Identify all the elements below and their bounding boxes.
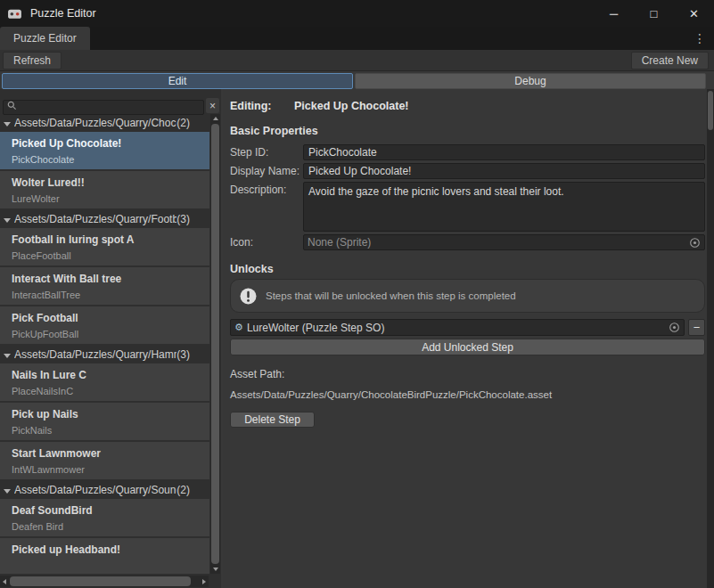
- titlebar: Puzzle Editor ─ □ ✕: [0, 0, 714, 27]
- group-header-hammer[interactable]: Assets/Data/Puzzles/Quarry/HammerBi (3): [0, 346, 209, 363]
- foldout-triangle-icon: [4, 218, 11, 223]
- search-input[interactable]: [3, 100, 204, 115]
- scroll-up-icon[interactable]: [210, 114, 220, 123]
- window-scrollbar-thumb[interactable]: [708, 91, 713, 130]
- minimize-icon[interactable]: ─: [594, 0, 634, 27]
- list-item[interactable]: Picked up Headband!: [0, 538, 209, 574]
- unlocked-step-object-field[interactable]: ⚙ LureWolter (Puzzle Step SO): [230, 319, 685, 336]
- window-controls: ─ □ ✕: [594, 0, 714, 27]
- search-clear-icon[interactable]: ×: [206, 98, 219, 113]
- icon-field-value: None (Sprite): [308, 236, 371, 249]
- icon-object-field[interactable]: None (Sprite): [303, 234, 705, 250]
- toolbar: Refresh Create New: [0, 50, 714, 71]
- editing-value: Picked Up Chocolate!: [294, 100, 409, 112]
- display-name-input[interactable]: [303, 163, 705, 179]
- refresh-button[interactable]: Refresh: [3, 52, 62, 69]
- puzzle-step-list-panel: × Assets/Data/Puzzles/Quarry/ChocolateB …: [0, 89, 221, 588]
- search-row: ×: [3, 98, 219, 113]
- list-item[interactable]: Pick Football PickUpFootBall: [0, 306, 209, 344]
- group-path: Assets/Data/Puzzles/Quarry/HammerBi: [14, 348, 176, 361]
- tab-edit[interactable]: Edit: [2, 73, 353, 89]
- description-label: Description:: [230, 182, 303, 196]
- description-row: Description: Avoid the gaze of the picni…: [230, 182, 705, 232]
- object-picker-icon[interactable]: [689, 237, 701, 249]
- item-subtitle: IntWLawnmower: [12, 464, 206, 475]
- close-icon[interactable]: ✕: [674, 0, 714, 27]
- foldout-triangle-icon: [4, 489, 11, 494]
- group-count: (2): [176, 117, 209, 129]
- maximize-icon[interactable]: □: [634, 0, 674, 27]
- tab-debug[interactable]: Debug: [355, 73, 706, 89]
- step-id-row: Step ID:: [230, 144, 705, 160]
- item-subtitle: PlaceFootball: [12, 250, 206, 261]
- group-count: (3): [176, 348, 209, 361]
- object-picker-icon[interactable]: [669, 322, 680, 333]
- item-subtitle: PickNails: [12, 425, 206, 436]
- search-icon: [7, 101, 17, 110]
- item-title: Picked up Headband!: [12, 543, 206, 556]
- window-vertical-scrollbar[interactable]: [707, 89, 714, 588]
- create-new-button[interactable]: Create New: [631, 52, 709, 69]
- scroll-left-icon[interactable]: [0, 576, 9, 587]
- asset-path-label: Asset Path:: [230, 368, 705, 380]
- horizontal-scrollbar-thumb[interactable]: [10, 576, 191, 586]
- scroll-down-icon[interactable]: [210, 565, 220, 574]
- unlocked-step-row: ⚙ LureWolter (Puzzle Step SO) −: [230, 319, 705, 336]
- asset-path-value: Assets/Data/Puzzles/Quarry/ChocolateBird…: [230, 389, 705, 400]
- item-title: Start Lawnmower: [12, 447, 206, 460]
- list-item[interactable]: Wolter Lured!! LureWolter: [0, 171, 209, 208]
- mode-tabs: Edit Debug: [2, 73, 706, 89]
- item-subtitle: PickChocolate: [12, 154, 206, 165]
- editing-label: Editing:: [230, 100, 294, 112]
- list-item[interactable]: Start Lawnmower IntWLawnmower: [0, 442, 209, 479]
- vertical-scrollbar-thumb[interactable]: [211, 124, 219, 564]
- item-title: Football in luring spot A: [12, 233, 206, 246]
- list-item[interactable]: Interact With Ball tree InteractBallTree: [0, 267, 209, 305]
- unlocked-step-value: LureWolter (Puzzle Step SO): [247, 322, 385, 334]
- list-item[interactable]: Picked Up Chocolate! PickChocolate: [0, 132, 209, 169]
- item-title: Pick Football: [12, 312, 206, 324]
- list-item[interactable]: Football in luring spot A PlaceFootball: [0, 228, 209, 265]
- step-id-input[interactable]: [303, 144, 705, 160]
- group-header-chocolate[interactable]: Assets/Data/Puzzles/Quarry/ChocolateB (2…: [0, 114, 209, 132]
- unlocks-title: Unlocks: [230, 263, 705, 275]
- scriptable-object-icon: ⚙: [234, 322, 243, 333]
- group-path: Assets/Data/Puzzles/Quarry/FootballBir: [14, 213, 176, 225]
- item-title: Picked Up Chocolate!: [12, 137, 206, 150]
- item-title: Wolter Lured!!: [12, 176, 206, 189]
- icon-label: Icon:: [230, 234, 303, 249]
- list-item[interactable]: Deaf SoundBird Deafen Bird: [0, 499, 209, 536]
- remove-unlocked-step-button[interactable]: −: [688, 319, 705, 336]
- window-title: Puzzle Editor: [30, 7, 96, 20]
- description-input[interactable]: Avoid the gaze of the picnic lovers and …: [303, 182, 705, 232]
- item-title: Pick up Nails: [12, 408, 206, 421]
- tabbar: Puzzle Editor ⋮: [0, 27, 714, 50]
- tab-puzzle-editor[interactable]: Puzzle Editor: [0, 27, 90, 50]
- display-name-row: Display Name:: [230, 163, 705, 179]
- group-header-soundbird[interactable]: Assets/Data/Puzzles/Quarry/SoundBird (2): [0, 481, 209, 499]
- group-path: Assets/Data/Puzzles/Quarry/SoundBird: [14, 484, 176, 496]
- delete-step-button[interactable]: Delete Step: [230, 412, 315, 428]
- list-item[interactable]: Nails In Lure C PlaceNailsInC: [0, 363, 209, 401]
- app-icon: [7, 6, 22, 21]
- group-header-football[interactable]: Assets/Data/Puzzles/Quarry/FootballBir (…: [0, 210, 209, 228]
- item-title: Interact With Ball tree: [12, 273, 206, 285]
- scrollbar-corner: [209, 574, 221, 588]
- helpbox: Steps that will be unlocked when this st…: [230, 279, 705, 313]
- puzzle-editor-window: Puzzle Editor ─ □ ✕ Puzzle Editor ⋮ Refr…: [0, 0, 714, 588]
- helpbox-text: Steps that will be unlocked when this st…: [266, 290, 516, 301]
- item-subtitle: InteractBallTree: [12, 290, 206, 300]
- list-vertical-scrollbar[interactable]: [210, 114, 220, 574]
- list-horizontal-scrollbar[interactable]: [0, 576, 209, 587]
- item-subtitle: LureWolter: [12, 193, 206, 204]
- scroll-right-icon[interactable]: [200, 576, 209, 587]
- list-item[interactable]: Pick up Nails PickNails: [0, 403, 209, 440]
- foldout-triangle-icon: [4, 122, 11, 127]
- kebab-menu-icon[interactable]: ⋮: [686, 27, 714, 50]
- group-count: (2): [176, 484, 209, 496]
- add-unlocked-step-button[interactable]: Add Unlocked Step: [230, 339, 705, 355]
- item-title: Deaf SoundBird: [12, 504, 206, 517]
- basic-properties-title: Basic Properties: [230, 125, 705, 137]
- item-subtitle: Deafen Bird: [12, 521, 206, 532]
- icon-row: Icon: None (Sprite): [230, 234, 705, 250]
